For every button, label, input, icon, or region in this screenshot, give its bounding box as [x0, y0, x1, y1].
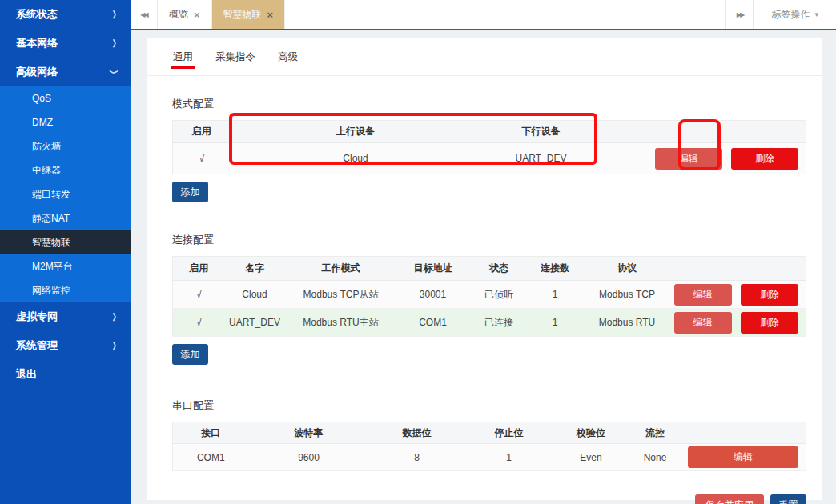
tab-overview[interactable]: 概览 ×: [158, 0, 212, 29]
tab-advanced[interactable]: 高级: [278, 38, 298, 75]
downlink-device-value: UART_DEV: [481, 143, 601, 174]
sidebar-item-advanced-network[interactable]: 高级网络 ❯: [0, 58, 131, 86]
chevron-down-icon: ❯: [111, 70, 119, 74]
page-tabs: 通用 采集指令 高级: [147, 38, 822, 76]
close-icon[interactable]: ×: [194, 9, 200, 21]
actions-cell: 编辑 删除: [673, 281, 806, 309]
sidebar-item-system-status[interactable]: 系统状态 ❯: [0, 0, 131, 29]
tab-general[interactable]: 通用: [173, 38, 193, 75]
sidebar-item-label: 高级网络: [16, 65, 58, 79]
save-and-apply-button[interactable]: 保存并应用: [695, 494, 764, 504]
sidebar-item-label: 基本网络: [16, 36, 58, 50]
tab-collect-commands[interactable]: 采集指令: [215, 38, 255, 75]
col-baud-rate: 波特率: [249, 422, 369, 444]
data-bits-value: 8: [369, 444, 465, 471]
name-value: Cloud: [225, 281, 285, 309]
col-actions: [681, 422, 806, 444]
status-value: 已侦听: [469, 281, 529, 309]
col-connection-count: 连接数: [529, 257, 581, 281]
col-downlink-device: 下行设备: [481, 121, 601, 143]
protocol-value: Modbus TCP: [581, 281, 673, 309]
sidebar-subitem-smart-iot[interactable]: 智慧物联: [0, 230, 131, 254]
stop-bits-value: 1: [465, 444, 553, 471]
scroll-tabs-right-button[interactable]: ▶▶: [725, 0, 753, 29]
tab-smart-iot[interactable]: 智慧物联 ×: [212, 0, 286, 29]
scroll-tabs-left-button[interactable]: ◀◀: [131, 0, 158, 29]
tab-label: 概览: [169, 8, 188, 22]
table-row: √ UART_DEV Modbus RTU主站 COM1 已连接 1 Modbu…: [173, 309, 806, 337]
subitem-label: M2M平台: [32, 260, 73, 274]
delete-button[interactable]: 删除: [741, 312, 798, 334]
subitem-label: 智慧物联: [32, 236, 70, 250]
delete-button[interactable]: 删除: [741, 284, 798, 306]
sidebar-item-logout[interactable]: 退出: [0, 360, 131, 389]
delete-button[interactable]: 删除: [731, 148, 798, 170]
sidebar-item-vpn[interactable]: 虚拟专网 ❯: [0, 302, 131, 331]
add-connection-button[interactable]: 添加: [172, 344, 208, 365]
chevron-right-icon: ❯: [112, 313, 117, 322]
double-arrow-right-icon: ▶▶: [737, 11, 743, 18]
table-row: √ Cloud Modbus TCP从站 30001 已侦听 1 Modbus …: [173, 281, 806, 309]
enabled-check: √: [173, 143, 231, 174]
sidebar-item-label: 系统管理: [16, 338, 58, 353]
parity-value: Even: [553, 444, 629, 471]
serial-config-table: 接口 波特率 数据位 停止位 校验位 流控 COM1 9600 8 1 Even…: [172, 422, 806, 471]
actions-cell: 编辑: [681, 444, 806, 471]
target-address-value: COM1: [397, 309, 469, 337]
flow-control-value: None: [629, 444, 681, 471]
subitem-label: 端口转发: [32, 188, 70, 202]
sidebar-item-label: 系统状态: [16, 7, 58, 22]
table-row: COM1 9600 8 1 Even None 编辑: [173, 444, 806, 471]
close-icon[interactable]: ×: [267, 9, 274, 21]
edit-button[interactable]: 编辑: [674, 284, 732, 306]
edit-serial-button[interactable]: 编辑: [688, 446, 798, 468]
col-enable: 启用: [173, 121, 231, 143]
col-target-address: 目标地址: [397, 257, 469, 281]
subitem-label: 网络监控: [32, 284, 70, 298]
work-mode-value: Modbus RTU主站: [285, 309, 397, 337]
sidebar-subitem-firewall[interactable]: 防火墙: [0, 134, 131, 158]
sidebar-item-basic-network[interactable]: 基本网络 ❯: [0, 29, 131, 58]
sidebar-subitem-port-forwarding[interactable]: 端口转发: [0, 182, 131, 206]
subitem-label: 中继器: [32, 164, 61, 178]
col-name: 名字: [225, 257, 285, 281]
chevron-right-icon: ❯: [112, 39, 117, 48]
reset-button[interactable]: 重置: [770, 494, 806, 504]
edit-button[interactable]: 编辑: [655, 148, 722, 170]
connection-config-table: 启用 名字 工作模式 目标地址 状态 连接数 协议 √ Cloud Modbus…: [172, 256, 806, 337]
tab-operations-dropdown[interactable]: 标签操作 ▾: [753, 0, 836, 29]
mode-config-title: 模式配置: [172, 97, 806, 111]
col-work-mode: 工作模式: [285, 257, 397, 281]
target-address-value: 30001: [397, 281, 469, 309]
subitem-label: QoS: [32, 93, 51, 104]
sidebar-subitem-static-nat[interactable]: 静态NAT: [0, 206, 131, 230]
tab-operations-label: 标签操作: [771, 8, 810, 22]
col-interface: 接口: [173, 422, 249, 444]
col-flow-control: 流控: [629, 422, 681, 444]
content-card: 通用 采集指令 高级 模式配置 启用 上行设备 下行设备 √ Cloud UAR…: [147, 38, 822, 500]
sidebar-item-label: 退出: [16, 367, 37, 382]
subitem-label: 静态NAT: [32, 212, 70, 226]
enabled-check: √: [173, 281, 225, 309]
sidebar-item-system-management[interactable]: 系统管理 ❯: [0, 331, 131, 360]
sidebar-item-label: 虚拟专网: [16, 310, 58, 324]
caret-down-icon: ▾: [814, 10, 818, 18]
sidebar-subitem-m2m-platform[interactable]: M2M平台: [0, 254, 131, 278]
chevron-right-icon: ❯: [112, 342, 117, 350]
col-protocol: 协议: [581, 257, 673, 281]
sidebar-subitem-qos[interactable]: QoS: [0, 86, 131, 110]
sidebar-subitem-repeater[interactable]: 中继器: [0, 158, 131, 182]
protocol-value: Modbus RTU: [581, 309, 673, 337]
chevron-right-icon: ❯: [112, 10, 117, 19]
col-parity: 校验位: [553, 422, 629, 444]
sidebar-subitem-network-monitor[interactable]: 网络监控: [0, 278, 131, 302]
subitem-label: 防火墙: [32, 140, 61, 154]
footer-actions: 保存并应用 重置: [172, 494, 806, 504]
enabled-check: √: [173, 309, 225, 337]
table-header-row: 接口 波特率 数据位 停止位 校验位 流控: [173, 422, 806, 444]
double-arrow-left-icon: ◀◀: [140, 11, 147, 18]
edit-button[interactable]: 编辑: [674, 312, 732, 334]
sidebar-subitem-dmz[interactable]: DMZ: [0, 110, 131, 134]
add-mode-button[interactable]: 添加: [172, 182, 208, 202]
col-stop-bits: 停止位: [465, 422, 553, 444]
